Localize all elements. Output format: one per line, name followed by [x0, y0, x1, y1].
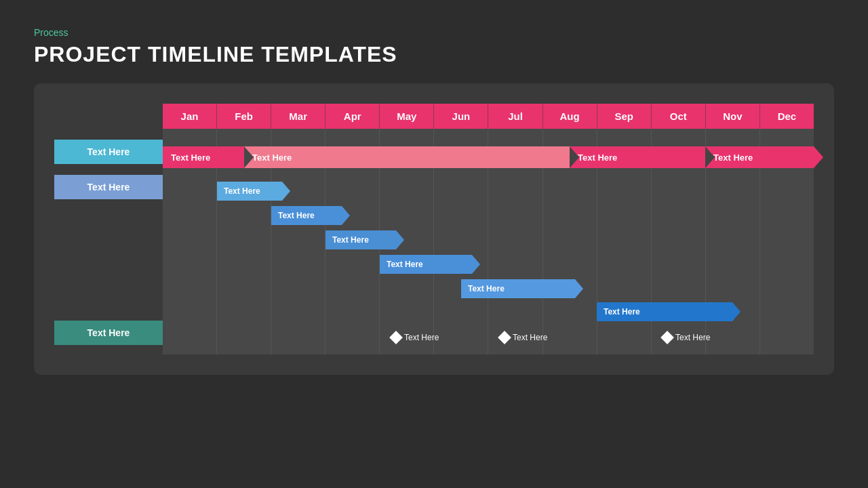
- grid-line-8: [597, 321, 652, 354]
- month-cell-jul: Jul: [488, 104, 542, 129]
- grid-line-5: [434, 175, 488, 321]
- months-row: JanFebMarAprMayJunJulAugSepOctNovDec: [163, 104, 814, 129]
- grid-line-5: [434, 321, 488, 354]
- page-wrapper: Process PROJECT TIMELINE TEMPLATES JanFe…: [0, 0, 868, 388]
- milestone-label-2: Text Here: [675, 333, 710, 342]
- sub-cell-dec: [760, 129, 814, 140]
- grid-lines-3: [163, 321, 814, 354]
- grid-line-9: [652, 175, 706, 321]
- blue-bar-3: Text Here: [380, 255, 472, 274]
- month-cell-feb: Feb: [217, 104, 271, 129]
- grid-line-7: [543, 175, 597, 321]
- sub-cell-sep: [597, 129, 652, 140]
- month-cell-nov: Nov: [706, 104, 760, 129]
- sub-cell-nov: [706, 129, 760, 140]
- month-cell-aug: Aug: [543, 104, 597, 129]
- milestone-diamond-1: [498, 331, 511, 344]
- sub-cell-apr: [326, 129, 380, 140]
- month-cell-may: May: [380, 104, 434, 129]
- sub-spacer: [54, 129, 163, 140]
- row1-content: Text HereText HereText HereText Here: [163, 140, 814, 175]
- grid-line-6: [488, 175, 542, 321]
- blue-bar-4: Text Here: [461, 279, 575, 298]
- blue-bar-1: Text Here: [271, 206, 342, 225]
- blue-bar-0: Text Here: [217, 182, 282, 201]
- header-spacer: [54, 104, 163, 129]
- pink-bar-2: Text Here: [570, 146, 705, 168]
- main-title: PROJECT TIMELINE TEMPLATES: [34, 42, 834, 67]
- milestone-diamond-2: [660, 331, 674, 344]
- row3: Text Here Text HereText HereText Here: [54, 321, 814, 354]
- row2-label: Text Here: [54, 175, 163, 199]
- month-cell-jan: Jan: [163, 104, 217, 129]
- pink-bar-3: Text Here: [705, 146, 814, 168]
- row2: Text Here Text HereText HereText HereTex…: [54, 175, 814, 321]
- sub-months: [163, 129, 814, 140]
- month-cell-apr: Apr: [326, 104, 380, 129]
- milestone-diamond-0: [389, 331, 403, 344]
- pink-bar-0: Text Here: [163, 146, 244, 168]
- pink-bar-1: Text Here: [244, 146, 570, 168]
- month-cell-dec: Dec: [760, 104, 814, 129]
- sub-cell-jul: [488, 129, 542, 140]
- sub-cell-mar: [271, 129, 326, 140]
- month-cell-sep: Sep: [597, 104, 652, 129]
- grid-line-0: [163, 321, 217, 354]
- row3-label: Text Here: [54, 321, 163, 345]
- milestone-label-0: Text Here: [404, 333, 439, 342]
- grid-line-8: [597, 175, 652, 321]
- sub-cell-may: [380, 129, 434, 140]
- row1-label: Text Here: [54, 140, 163, 164]
- grid-line-2: [271, 321, 326, 354]
- grid-line-7: [543, 321, 597, 354]
- sub-cell-feb: [217, 129, 271, 140]
- row2-content: Text HereText HereText HereText HereText…: [163, 175, 814, 321]
- sub-cell-jun: [434, 129, 488, 140]
- row1: Text Here Text HereText HereText HereTex…: [54, 140, 814, 175]
- timeline-header: JanFebMarAprMayJunJulAugSepOctNovDec: [54, 104, 814, 129]
- month-cell-jun: Jun: [434, 104, 488, 129]
- sub-cell-jan: [163, 129, 217, 140]
- blue-bar-5: Text Here: [597, 302, 732, 321]
- grid-line-11: [760, 321, 814, 354]
- blue-bar-2: Text Here: [326, 230, 396, 249]
- milestone-label-1: Text Here: [513, 333, 547, 342]
- grid-line-11: [760, 175, 814, 321]
- grid-line-0: [163, 175, 217, 321]
- grid-line-10: [706, 321, 760, 354]
- sub-cell-aug: [543, 129, 597, 140]
- month-cell-mar: Mar: [271, 104, 326, 129]
- row3-content: Text HereText HereText Here: [163, 321, 814, 354]
- grid-line-1: [217, 321, 271, 354]
- chart-container: JanFebMarAprMayJunJulAugSepOctNovDec Tex…: [34, 83, 834, 375]
- sub-divider: [54, 129, 814, 140]
- grid-line-10: [706, 175, 760, 321]
- grid-line-3: [326, 321, 380, 354]
- sub-cell-oct: [652, 129, 706, 140]
- month-cell-oct: Oct: [652, 104, 706, 129]
- subtitle: Process: [34, 27, 834, 38]
